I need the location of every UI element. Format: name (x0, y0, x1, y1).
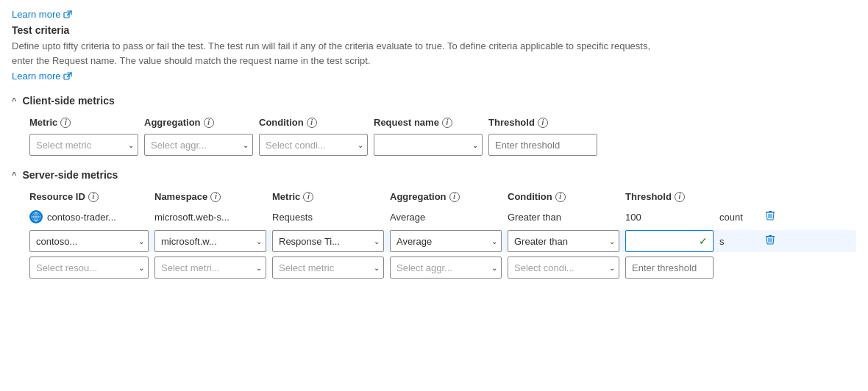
cs-condition-select-wrapper: Select condi... ⌄ (259, 134, 368, 156)
ss-edit-namespace-wrapper: microsoft.w... ⌄ (154, 230, 266, 252)
external-link-icon (63, 10, 72, 19)
ss-aggregation-info-icon[interactable]: i (449, 192, 460, 202)
check-icon: ✓ (699, 235, 708, 247)
cs-aggregation-info-icon[interactable]: i (204, 118, 214, 128)
ss-edit-aggregation-select[interactable]: Average (390, 230, 502, 252)
cs-reqname-header: Request name i (374, 117, 483, 128)
ss-edit-aggregation-wrapper: Average ⌄ (390, 230, 502, 252)
server-side-section-header[interactable]: ^ Server-side metrics (12, 169, 856, 181)
ss-aggregation-header: Aggregation i (390, 191, 502, 202)
ss-edit-delete[interactable] (759, 234, 781, 248)
ss-threshold-header: Threshold i (625, 191, 714, 202)
ss-static-condition-value: Greater than (508, 212, 561, 223)
ss-edit-resource-wrapper: contoso... ⌄ (29, 230, 149, 252)
ss-metric-header: Metric i (272, 191, 384, 202)
bottom-learn-more-link[interactable]: Learn more (12, 71, 72, 82)
ss-empty-condition-wrapper: Select condi... ⌄ (508, 257, 619, 279)
cs-metric-select-wrapper: Select metric ⌄ (29, 134, 138, 156)
server-side-section-title: Server-side metrics (22, 169, 118, 181)
cs-reqname-select-wrapper: ⌄ (374, 134, 483, 156)
server-side-section: ^ Server-side metrics Resource ID i Name… (12, 169, 856, 279)
ss-static-aggregation: Average (390, 212, 502, 223)
delete-icon-edit[interactable] (764, 234, 776, 248)
ss-static-threshold: 100 (625, 212, 714, 223)
cs-aggregation-header: Aggregation i (144, 117, 253, 128)
ss-edit-namespace-select[interactable]: microsoft.w... (154, 230, 266, 252)
description-text: Define upto fifty criteria to pass or fa… (12, 39, 674, 68)
client-side-row-1: Select metric ⌄ Select aggr... ⌄ Select … (29, 134, 856, 156)
cs-aggregation-select[interactable]: Select aggr... (144, 134, 253, 156)
client-side-section: ^ Client-side metrics Metric i Aggregati… (12, 95, 856, 156)
ss-edit-condition-wrapper: Greater than ⌄ (508, 230, 619, 252)
cs-condition-select[interactable]: Select condi... (259, 134, 368, 156)
ss-condition-info-icon[interactable]: i (555, 192, 566, 202)
ss-edit-threshold-wrapper: 1 ✓ (625, 230, 714, 252)
external-link-icon-2 (63, 72, 72, 81)
ss-empty-namespace-select[interactable]: Select metri... (154, 257, 266, 279)
ss-metric-info-icon[interactable]: i (303, 192, 313, 202)
ss-edit-condition-select[interactable]: Greater than (508, 230, 619, 252)
client-side-chevron-icon: ^ (12, 96, 16, 105)
ss-namespace-header: Namespace i (154, 191, 266, 202)
ss-static-namespace: microsoft.web-s... (154, 212, 266, 223)
ss-empty-namespace-wrapper: Select metri... ⌄ (154, 257, 266, 279)
server-side-static-row: contoso-trader... microsoft.web-s... Req… (29, 208, 856, 226)
cs-aggregation-select-wrapper: Select aggr... ⌄ (144, 134, 253, 156)
ss-threshold-info-icon[interactable]: i (675, 192, 685, 202)
cs-threshold-info-icon[interactable]: i (538, 118, 548, 128)
client-side-section-title: Client-side metrics (22, 95, 114, 107)
ss-resource-info-icon[interactable]: i (88, 192, 99, 202)
top-learn-more-label: Learn more (12, 9, 60, 20)
bottom-learn-more-label: Learn more (12, 71, 60, 82)
svg-rect-0 (64, 12, 69, 18)
ss-static-metric-value: Requests (272, 212, 313, 223)
ss-static-condition: Greater than (508, 212, 619, 223)
ss-empty-threshold-input[interactable] (625, 257, 714, 279)
ss-static-aggregation-value: Average (390, 212, 425, 223)
ss-empty-metric-select[interactable]: Select metric (272, 257, 384, 279)
ss-edit-resource-select[interactable]: contoso... (29, 230, 149, 252)
client-side-section-header[interactable]: ^ Client-side metrics (12, 95, 856, 107)
cs-threshold-input[interactable] (488, 134, 597, 156)
ss-empty-resource-select[interactable]: Select resou... (29, 257, 149, 279)
server-side-table: Resource ID i Namespace i Metric i Aggre… (12, 191, 856, 279)
cs-metric-select[interactable]: Select metric (29, 134, 138, 156)
cs-condition-header: Condition i (259, 117, 368, 128)
server-side-col-headers: Resource ID i Namespace i Metric i Aggre… (29, 191, 856, 202)
client-side-col-headers: Metric i Aggregation i Condition i Reque… (29, 117, 856, 128)
ss-empty-resource-wrapper: Select resou... ⌄ (29, 257, 149, 279)
cs-condition-info-icon[interactable]: i (307, 118, 317, 128)
cs-reqname-select[interactable] (374, 134, 483, 156)
cs-reqname-info-icon[interactable]: i (442, 118, 452, 128)
top-learn-more-link[interactable]: Learn more (12, 9, 72, 20)
ss-namespace-info-icon[interactable]: i (210, 192, 221, 202)
ss-empty-condition-select[interactable]: Select condi... (508, 257, 619, 279)
ss-edit-unit: s (719, 236, 756, 247)
ss-static-threshold-value: 100 (625, 212, 641, 223)
ss-resource-header: Resource ID i (29, 191, 149, 202)
page-title: Test criteria (12, 24, 856, 36)
delete-icon[interactable] (764, 209, 776, 224)
ss-empty-metric-wrapper: Select metric ⌄ (272, 257, 384, 279)
ss-edit-metric-wrapper: Response Ti... ⌄ (272, 230, 384, 252)
ss-static-resource: contoso-trader... (29, 210, 149, 223)
ss-static-metric: Requests (272, 212, 384, 223)
client-side-table: Metric i Aggregation i Condition i Reque… (12, 117, 856, 156)
server-side-chevron-icon: ^ (12, 171, 16, 179)
globe-icon (29, 210, 43, 223)
cs-metric-info-icon[interactable]: i (60, 118, 71, 128)
cs-threshold-header: Threshold i (488, 117, 597, 128)
ss-static-resource-value: contoso-trader... (47, 212, 116, 223)
server-side-edit-row: contoso... ⌄ microsoft.w... ⌄ Response T… (29, 230, 856, 252)
ss-edit-metric-select[interactable]: Response Ti... (272, 230, 384, 252)
server-side-empty-row: Select resou... ⌄ Select metri... ⌄ Sele… (29, 257, 856, 279)
ss-empty-aggregation-wrapper: Select aggr... ⌄ (390, 257, 502, 279)
ss-empty-aggregation-select[interactable]: Select aggr... (390, 257, 502, 279)
ss-static-namespace-value: microsoft.web-s... (154, 212, 230, 223)
cs-metric-header: Metric i (29, 117, 138, 128)
ss-static-unit: count (719, 212, 756, 223)
ss-condition-header: Condition i (508, 191, 619, 202)
ss-static-delete[interactable] (759, 209, 781, 224)
svg-rect-1 (64, 74, 69, 79)
